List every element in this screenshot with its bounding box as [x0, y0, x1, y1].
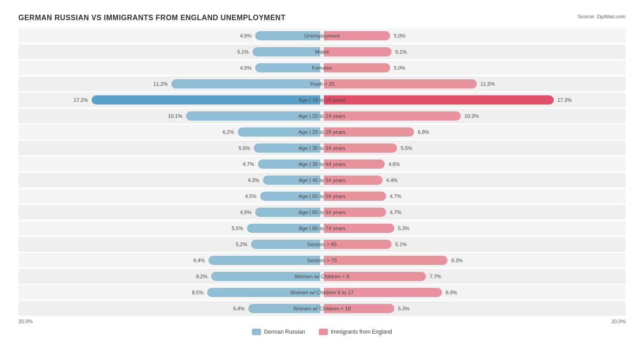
right-side: 4.7% — [322, 205, 386, 220]
pink-bar — [324, 143, 397, 153]
left-side: 5.4% — [248, 301, 322, 316]
right-value: 5.5% — [399, 145, 412, 151]
left-value: 4.3% — [248, 177, 261, 183]
pink-bar — [324, 63, 390, 72]
right-value: 5.3% — [396, 306, 409, 311]
chart-source: Source: ZipAtlas.com — [578, 14, 626, 19]
right-side: 5.0% — [322, 28, 390, 43]
bar-row: 5.0% Age | 30 to 34 years 5.5% — [18, 141, 626, 155]
right-side: 5.1% — [322, 44, 392, 59]
axis-left-label: 20.0% — [18, 319, 33, 324]
right-value: 4.6% — [387, 161, 400, 167]
legend-swatch-pink — [319, 329, 328, 335]
axis-right-label: 20.0% — [611, 319, 626, 324]
right-side: 6.8% — [322, 125, 414, 139]
left-side: 4.9% — [255, 28, 322, 43]
left-value: 4.7% — [243, 161, 256, 167]
right-side: 5.5% — [322, 141, 397, 155]
left-side: 11.2% — [171, 77, 322, 91]
left-side: 5.0% — [254, 141, 322, 155]
blue-bar — [263, 176, 320, 185]
right-value: 5.3% — [396, 226, 409, 231]
pink-bar — [324, 192, 386, 201]
blue-bar — [171, 79, 320, 88]
blue-bar — [255, 63, 320, 72]
left-value: 4.9% — [240, 209, 253, 215]
chart-title: GERMAN RUSSIAN VS IMMIGRANTS FROM ENGLAN… — [18, 14, 285, 22]
legend-label-left: German Russian — [264, 329, 305, 335]
right-side: 4.7% — [322, 189, 386, 204]
right-side: 4.6% — [322, 157, 385, 171]
left-side: 4.9% — [255, 205, 322, 220]
pink-bar — [324, 208, 386, 217]
right-value: 9.3% — [449, 258, 463, 263]
bar-row: 8.4% Seniors > 75 9.3% — [18, 253, 626, 268]
right-side: 5.3% — [322, 221, 394, 236]
right-side: 17.3% — [322, 93, 554, 107]
left-side: 8.4% — [208, 253, 322, 268]
pink-bar — [324, 272, 426, 281]
right-value: 17.3% — [556, 97, 572, 103]
bar-area: 6.2% Age | 25 to 29 years 6.8% — [18, 125, 626, 139]
legend-swatch-blue — [252, 329, 261, 335]
pink-bar — [324, 288, 442, 297]
left-value: 5.1% — [237, 49, 251, 55]
blue-bar — [255, 31, 320, 40]
bar-row: 4.7% Age | 35 to 44 years 4.6% — [18, 157, 626, 171]
left-side: 8.2% — [211, 269, 322, 284]
left-side: 4.3% — [263, 173, 322, 187]
bar-area: 17.2% Age | 16 to 19 years 17.3% — [18, 93, 626, 107]
blue-bar — [186, 111, 320, 121]
legend: German Russian Immigrants from England — [18, 329, 626, 335]
pink-bar — [324, 240, 392, 249]
bar-row: 17.2% Age | 16 to 19 years 17.3% — [18, 93, 626, 107]
right-side: 5.1% — [322, 237, 392, 252]
right-side: 7.7% — [322, 269, 426, 284]
right-side: 10.3% — [322, 109, 461, 123]
left-side: 4.7% — [258, 157, 322, 171]
blue-bar — [248, 304, 320, 313]
bar-row: 4.9% Females 5.0% — [18, 61, 626, 75]
right-value: 8.9% — [444, 290, 457, 295]
pink-bar — [324, 256, 448, 265]
blue-bar — [254, 143, 320, 153]
bar-row: 11.2% Youth < 25 11.5% — [18, 77, 626, 91]
right-side: 4.4% — [322, 173, 382, 187]
blue-bar — [247, 224, 320, 233]
pink-bar — [324, 127, 414, 137]
right-side: 5.3% — [322, 301, 394, 316]
right-value: 5.0% — [392, 33, 405, 39]
right-value: 5.0% — [392, 65, 405, 71]
legend-item-left: German Russian — [252, 329, 305, 335]
blue-bar — [207, 288, 320, 297]
bar-area: 5.2% Seniors > 65 5.1% — [18, 237, 626, 252]
left-value: 17.2% — [74, 97, 90, 103]
right-side: 8.9% — [322, 285, 442, 300]
bar-area: 5.5% Age | 65 to 74 years 5.3% — [18, 221, 626, 236]
right-value: 5.1% — [393, 49, 407, 55]
right-value: 4.7% — [388, 193, 401, 199]
left-value: 5.5% — [232, 226, 245, 231]
pink-bar — [324, 95, 554, 105]
axis-row: 20.0% 20.0% — [18, 319, 626, 324]
bar-row: 5.4% Women w/ Children < 18 5.3% — [18, 301, 626, 316]
blue-bar — [238, 127, 320, 137]
left-side: 17.2% — [92, 93, 322, 107]
blue-bar — [260, 192, 320, 201]
bar-row: 5.1% Males 5.1% — [18, 44, 626, 59]
bar-area: 4.9% Unemployment 5.0% — [18, 28, 626, 43]
bar-area: 5.0% Age | 30 to 34 years 5.5% — [18, 141, 626, 155]
pink-bar — [324, 111, 461, 121]
blue-bar — [251, 240, 320, 249]
bar-row: 4.9% Unemployment 5.0% — [18, 28, 626, 43]
bar-area: 4.3% Age | 45 to 54 years 4.4% — [18, 173, 626, 187]
bar-area: 10.1% Age | 20 to 24 years 10.3% — [18, 109, 626, 123]
left-side: 5.2% — [251, 237, 322, 252]
left-value: 4.9% — [240, 65, 253, 71]
left-side: 5.5% — [247, 221, 322, 236]
bar-row: 5.5% Age | 65 to 74 years 5.3% — [18, 221, 626, 236]
left-value: 6.2% — [223, 129, 236, 135]
right-value: 11.5% — [479, 81, 495, 87]
bar-area: 5.1% Males 5.1% — [18, 44, 626, 59]
bar-area: 11.2% Youth < 25 11.5% — [18, 77, 626, 91]
